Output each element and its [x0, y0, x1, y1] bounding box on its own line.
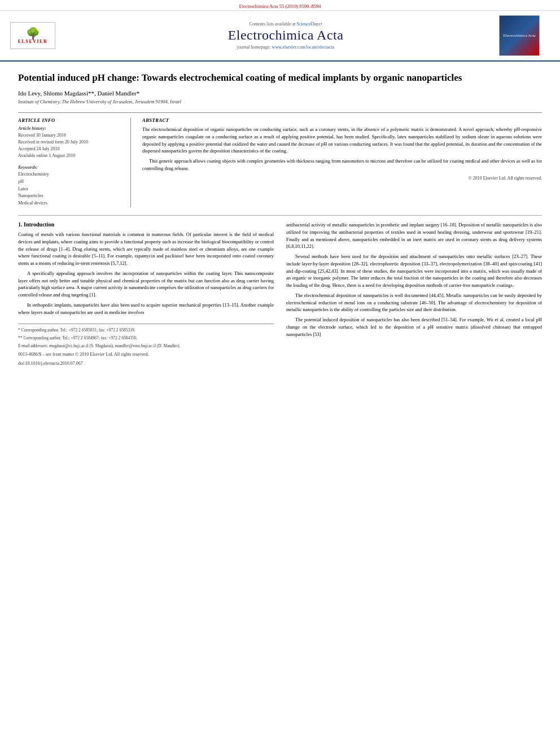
article-info-abstract: ARTICLE INFO Article history: Received 3… [18, 112, 542, 207]
abstract-p2: This generic approach allows coating obj… [142, 158, 542, 172]
history-label: Article history: [18, 126, 123, 131]
body-content: 1. Introduction Coating of metals with v… [18, 221, 542, 368]
accepted-date: Accepted 24 July 2010 [18, 146, 123, 152]
body-col-right: antibacterial activity of metallic nanop… [286, 221, 542, 368]
sciencedirect-link[interactable]: ScienceDirect [297, 21, 322, 27]
abstract-heading: ABSTRACT [142, 117, 542, 123]
elsevier-logo: 🌳 ELSEVIER [10, 22, 72, 49]
keyword-2: pH [18, 178, 123, 186]
intro-p3: In orthopedic implants, nanoparticles ha… [18, 302, 274, 316]
intro-body-left: Coating of metals with various functiona… [18, 231, 274, 316]
intro-col2-p2: Several methods have been used for the d… [286, 253, 542, 289]
intro-p2: A specifically appealing approach involv… [18, 270, 274, 299]
intro-p1: Coating of metals with various functiona… [18, 231, 274, 267]
journal-title: Electrochimica Acta [72, 28, 499, 43]
keywords-section: Keywords: Electrochemistry pH Latex Nano… [18, 165, 123, 207]
intro-body-right: antibacterial activity of metallic nanop… [286, 221, 542, 338]
footnote-email: E-mail addresses: magdassi@cc.huji.ac.il… [18, 343, 274, 350]
top-bar: Electrochimica Acta 55 (2010) 8590–8594 [0, 0, 560, 11]
keyword-1: Electrochemistry [18, 171, 123, 178]
abstract-p1: The electrochemical deposition of organi… [142, 126, 542, 155]
contents-line: Contents lists available at ScienceDirec… [72, 21, 499, 27]
keyword-4: Nanoparticles [18, 193, 123, 200]
section-divider [18, 215, 542, 216]
doi-line: doi:10.1016/j.electacta.2010.07.067 [18, 360, 274, 368]
journal-cover-image: Electrochimica Acta [499, 15, 540, 56]
authors: Ido Levy, Shlomo Magdassi**, Daniel Mand… [18, 90, 542, 97]
journal-header-center: Contents lists available at ScienceDirec… [72, 21, 499, 50]
body-col-left: 1. Introduction Coating of metals with v… [18, 221, 274, 368]
intro-col2-p3: The electrochemical deposition of nanopa… [286, 292, 542, 313]
footnote-star2: ** Corresponding author. Tel.: +972 2 65… [18, 335, 274, 342]
journal-cover-area: Electrochimica Acta [499, 15, 550, 56]
author-names: Ido Levy, Shlomo Magdassi**, Daniel Mand… [18, 90, 139, 97]
journal-homepage-link[interactable]: www.elsevier.com/locate/electacta [272, 45, 335, 50]
keyword-3: Latex [18, 186, 123, 193]
revised-date: Received in revised form 20 July 2010 [18, 139, 123, 146]
elsevier-text: ELSEVIER [18, 39, 47, 44]
abstract-column: ABSTRACT The electrochemical deposition … [142, 117, 542, 207]
available-date: Available online 1 August 2010 [18, 152, 123, 159]
elsevier-logo-area: 🌳 ELSEVIER [10, 22, 72, 49]
received-date: Received 30 January 2010 [18, 132, 123, 139]
page: Electrochimica Acta 55 (2010) 8590–8594 … [0, 0, 560, 747]
issn-line: 0013-4686/$ – see front matter © 2010 El… [18, 351, 274, 359]
main-content: Potential induced pH change: Towards ele… [0, 62, 560, 378]
keywords-label: Keywords: [18, 165, 123, 170]
footnotes: * Corresponding author. Tel.: +972 2 658… [18, 324, 274, 368]
journal-homepage: journal homepage: www.elsevier.com/locat… [72, 45, 499, 50]
intro-heading: 1. Introduction [18, 221, 274, 228]
author-affiliation: Institute of Chemistry, The Hebrew Unive… [18, 99, 542, 104]
keyword-5: Medical devices [18, 200, 123, 207]
tree-icon: 🌳 [26, 28, 40, 39]
article-info-column: ARTICLE INFO Article history: Received 3… [18, 117, 131, 207]
journal-citation: Electrochimica Acta 55 (2010) 8590–8594 [239, 3, 321, 9]
footnote-star1: * Corresponding author. Tel.: +972 2 658… [18, 327, 274, 334]
article-title: Potential induced pH change: Towards ele… [18, 72, 542, 84]
article-info-heading: ARTICLE INFO [18, 117, 123, 123]
abstract-text: The electrochemical deposition of organi… [142, 126, 542, 172]
intro-col2-p4: The potential induced deposition of nano… [286, 316, 542, 338]
copyright-line: © 2010 Elsevier Ltd. All rights reserved… [142, 176, 542, 181]
journal-header: 🌳 ELSEVIER Contents lists available at S… [0, 11, 560, 62]
intro-col2-p1: antibacterial activity of metallic nanop… [286, 221, 542, 250]
